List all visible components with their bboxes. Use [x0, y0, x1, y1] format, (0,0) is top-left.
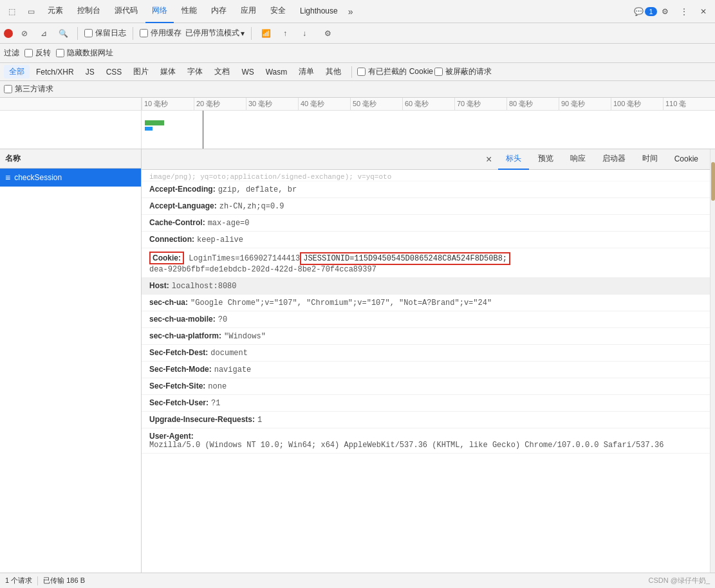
tab-memory[interactable]: 内存 — [205, 0, 233, 23]
type-filter-other[interactable]: 其他 — [320, 65, 346, 78]
right-scrollbar[interactable] — [710, 149, 715, 573]
intercepted-cookie-checkbox[interactable] — [357, 68, 366, 76]
header-row-accept-language: Accept-Language: zh-CN,zh;q=0.9 — [142, 198, 710, 215]
transferred-size: 已传输 186 B — [43, 576, 85, 585]
type-filter-css[interactable]: CSS — [101, 66, 127, 78]
third-party-checkbox[interactable] — [4, 85, 12, 93]
type-filter-media[interactable]: 媒体 — [155, 65, 181, 78]
tab-cookie[interactable]: Cookie — [667, 149, 706, 170]
blocked-requests-checkbox[interactable] — [434, 68, 443, 76]
header-row-sec-fetch-dest: Sec-Fetch-Dest: document — [142, 345, 710, 362]
disable-cache-label[interactable]: 停用缓存 — [140, 28, 181, 39]
blocked-requests-label[interactable]: 被屏蔽的请求 — [434, 66, 492, 77]
chat-icon[interactable]: 💬1 — [636, 3, 655, 21]
status-bar: 1 个请求 已传输 186 B CSDN @绿仔牛奶_ — [0, 573, 715, 588]
close-devtools-icon[interactable]: ✕ — [694, 3, 712, 21]
header-row-sec-ch-ua: sec-ch-ua: "Google Chrome";v="107", "Chr… — [142, 295, 710, 311]
tab-response[interactable]: 响应 — [562, 149, 593, 170]
ruler-mark-30: 30 毫秒 — [246, 98, 298, 110]
list-item-checkSession[interactable]: ≡ checkSession — [0, 169, 141, 187]
hide-data-urls-label[interactable]: 隐藏数据网址 — [56, 48, 113, 59]
type-filter-ws[interactable]: WS — [236, 66, 259, 78]
detail-content: image/png); yq=oto;application/signed-ex… — [142, 170, 710, 573]
tab-timing[interactable]: 时间 — [635, 149, 665, 170]
header-row-sec-fetch-site: Sec-Fetch-Site: none — [142, 378, 710, 395]
type-filter-bar: 全部 Fetch/XHR JS CSS 图片 媒体 字体 文档 WS Wasm … — [0, 63, 715, 81]
timeline-bar-blue — [145, 127, 153, 131]
ruler-mark-90: 90 毫秒 — [559, 98, 611, 110]
network-toolbar: ⊘ ⊿ 🔍 保留日志 停用缓存 已停用节流模式 ▾ 📶 ↑ ↓ ⚙ — [0, 23, 715, 44]
timeline-red-line — [203, 111, 203, 149]
disable-cache-checkbox[interactable] — [140, 29, 148, 37]
preserve-log-label[interactable]: 保留日志 — [84, 28, 126, 39]
tab-application[interactable]: 应用 — [234, 0, 263, 23]
toolbar-divider — [77, 27, 78, 40]
header-row-connection: Connection: keep-alive — [142, 232, 710, 248]
header-row-sec-ch-ua-mobile: sec-ch-ua-mobile: ?0 — [142, 311, 710, 328]
request-count: 1 个请求 — [5, 576, 32, 585]
type-filter-js[interactable]: JS — [80, 66, 100, 78]
timeline-ruler: 10 毫秒 20 毫秒 30 毫秒 40 毫秒 50 毫秒 60 毫秒 70 毫… — [0, 98, 715, 111]
tab-initiator[interactable]: 启动器 — [595, 149, 633, 170]
invert-filter-checkbox[interactable] — [24, 49, 33, 57]
download-icon[interactable]: ↓ — [297, 26, 312, 41]
tab-security[interactable]: 安全 — [264, 0, 292, 23]
throttle-dropdown[interactable]: 已停用节流模式 ▾ — [185, 28, 245, 39]
header-row-accept-encoding: Accept-Encoding: gzip, deflate, br — [142, 181, 710, 198]
tab-lighthouse[interactable]: Lighthouse — [293, 0, 344, 23]
ruler-mark-110: 110 毫 — [663, 98, 715, 110]
ruler-mark-20: 20 毫秒 — [194, 98, 246, 110]
tab-overflow[interactable]: » — [346, 6, 356, 17]
detail-close-button[interactable]: × — [481, 152, 497, 167]
ruler-mark-50: 50 毫秒 — [350, 98, 402, 110]
timeline-bar-green — [145, 120, 164, 125]
tab-preview[interactable]: 预览 — [530, 149, 561, 170]
header-row-user-agent: User-Agent: Mozilla/5.0 (Windows NT 10.0… — [142, 428, 710, 454]
ruler-mark-100: 100 毫秒 — [611, 98, 663, 110]
header-row-upgrade-insecure: Upgrade-Insecure-Requests: 1 — [142, 412, 710, 428]
device-icon[interactable]: ▭ — [22, 3, 40, 21]
ruler-mark-60: 60 毫秒 — [402, 98, 454, 110]
network-settings-icon[interactable]: ⚙ — [320, 26, 335, 41]
tab-network[interactable]: 网络 — [145, 0, 174, 23]
third-party-bar: 第三方请求 — [0, 81, 715, 98]
tab-sources[interactable]: 源代码 — [108, 0, 144, 23]
header-row-sec-fetch-user: Sec-Fetch-User: ?1 — [142, 395, 710, 412]
type-divider — [351, 66, 352, 78]
badge-count: 1 — [645, 7, 656, 16]
third-party-label[interactable]: 第三方请求 — [4, 84, 53, 95]
filter-label: 过滤 — [4, 48, 19, 59]
type-filter-manifest[interactable]: 清单 — [293, 65, 319, 78]
invert-filter-label[interactable]: 反转 — [24, 48, 51, 59]
type-filter-img[interactable]: 图片 — [128, 65, 154, 78]
type-filter-fetch-xhr[interactable]: Fetch/XHR — [31, 66, 79, 78]
toolbar-divider3 — [251, 27, 252, 40]
settings-gear-icon[interactable]: ⚙ — [656, 3, 674, 21]
more-options-icon[interactable]: ⋮ — [675, 3, 693, 21]
devtools-tab-bar: ⬚ ▭ 元素 控制台 源代码 网络 性能 内存 应用 安全 Lighthouse… — [0, 0, 715, 23]
ruler-mark-70: 70 毫秒 — [454, 98, 506, 110]
type-filter-font[interactable]: 字体 — [182, 65, 208, 78]
type-filter-all[interactable]: 全部 — [4, 65, 30, 78]
hide-data-urls-checkbox[interactable] — [56, 49, 64, 57]
preserve-log-checkbox[interactable] — [84, 29, 93, 37]
tab-headers[interactable]: 标头 — [498, 149, 529, 170]
doc-icon: ≡ — [5, 172, 10, 183]
scrollbar-thumb — [711, 162, 715, 201]
name-panel-header: 名称 — [0, 149, 141, 169]
wifi-icon[interactable]: 📶 — [258, 26, 274, 41]
tab-performance[interactable]: 性能 — [175, 0, 203, 23]
type-filter-wasm[interactable]: Wasm — [261, 66, 293, 78]
stop-record-button[interactable]: ⊘ — [17, 26, 32, 41]
tab-elements[interactable]: 元素 — [41, 0, 70, 23]
record-button[interactable] — [4, 29, 13, 38]
upload-icon[interactable]: ↑ — [277, 26, 293, 41]
filter-icon[interactable]: ⊿ — [36, 26, 51, 41]
inspect-icon[interactable]: ⬚ — [3, 3, 21, 21]
ruler-mark-80: 80 毫秒 — [506, 98, 559, 110]
tab-console[interactable]: 控制台 — [71, 0, 107, 23]
intercepted-cookie-label[interactable]: 有已拦截的 Cookie — [357, 66, 433, 77]
search-icon[interactable]: 🔍 — [55, 26, 71, 41]
ruler-mark-10: 10 毫秒 — [142, 98, 194, 110]
type-filter-doc[interactable]: 文档 — [209, 65, 235, 78]
